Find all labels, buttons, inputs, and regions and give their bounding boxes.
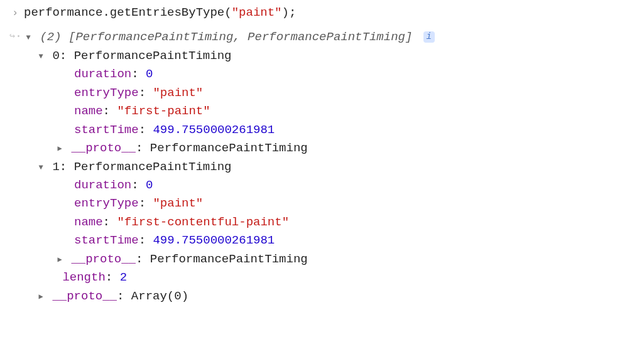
prop-val: 0 bbox=[146, 178, 153, 192]
sep: : bbox=[139, 123, 153, 137]
prop-row[interactable]: startTime: 499.7550000261981 bbox=[24, 121, 621, 139]
prop-key: entryType bbox=[74, 86, 139, 100]
code-dot: . bbox=[102, 6, 109, 19]
code-open: ( bbox=[224, 6, 231, 19]
prop-key: length bbox=[62, 270, 105, 284]
prop-row[interactable]: entryType: "paint" bbox=[24, 84, 621, 102]
output-icon: ↩ bbox=[6, 28, 24, 46]
prop-val: Array(0) bbox=[131, 289, 188, 303]
prop-key: __proto__ bbox=[52, 289, 117, 303]
prop-val: PerformancePaintTiming bbox=[150, 141, 308, 155]
prop-key: duration bbox=[74, 178, 131, 192]
expand-toggle-proto-array[interactable] bbox=[36, 290, 45, 304]
type-1: PerformancePaintTiming bbox=[75, 30, 233, 44]
expand-toggle-root[interactable] bbox=[24, 31, 33, 45]
code-arg: "paint" bbox=[232, 6, 282, 19]
sep: : bbox=[60, 49, 74, 63]
code-close: ) bbox=[282, 6, 289, 19]
prop-row[interactable]: entryType: "paint" bbox=[24, 195, 621, 213]
expand-toggle-proto-1[interactable] bbox=[55, 253, 64, 267]
expand-toggle-1[interactable] bbox=[36, 161, 45, 174]
sep: : bbox=[117, 289, 131, 303]
prompt-icon: › bbox=[6, 4, 24, 21]
proto-array-row[interactable]: __proto__: Array(0) bbox=[52, 289, 188, 303]
prop-val: "paint" bbox=[153, 196, 203, 210]
prop-row[interactable]: duration: 0 bbox=[24, 176, 621, 195]
entry-0-index: 0 bbox=[52, 49, 59, 63]
code-method: getEntriesByType bbox=[110, 6, 224, 19]
bracket-open: [ bbox=[62, 30, 76, 44]
prop-row[interactable]: duration: 0 bbox=[24, 65, 621, 83]
array-summary[interactable]: (2) [PerformancePaintTiming, Performance… bbox=[40, 30, 419, 44]
sep: : bbox=[103, 215, 117, 229]
code-semi: ; bbox=[289, 6, 296, 19]
prop-row[interactable]: name: "first-contentful-paint" bbox=[24, 213, 621, 232]
sep: : bbox=[106, 270, 120, 284]
expand-toggle-proto-0[interactable] bbox=[55, 142, 64, 156]
code-object: performance bbox=[24, 6, 102, 19]
prop-val: "first-contentful-paint" bbox=[117, 215, 289, 229]
prop-val: "first-paint" bbox=[117, 104, 210, 118]
info-icon[interactable]: i bbox=[423, 31, 435, 43]
prop-val: 0 bbox=[146, 67, 153, 81]
prop-key: startTime bbox=[74, 233, 139, 247]
prop-val: "paint" bbox=[153, 86, 203, 100]
proto-row[interactable]: __proto__: PerformancePaintTiming bbox=[71, 141, 307, 155]
prop-val: PerformancePaintTiming bbox=[150, 252, 308, 266]
prop-key: entryType bbox=[74, 196, 139, 210]
sep: : bbox=[131, 178, 146, 192]
proto-row[interactable]: __proto__: PerformancePaintTiming bbox=[71, 252, 307, 266]
prop-key: __proto__ bbox=[71, 141, 136, 155]
prop-key: name bbox=[74, 104, 103, 118]
prop-key: startTime bbox=[74, 123, 139, 137]
prop-key: __proto__ bbox=[71, 252, 136, 266]
bracket-close: ] bbox=[405, 30, 412, 44]
prop-key: duration bbox=[74, 67, 131, 81]
sep: : bbox=[139, 233, 153, 247]
sep: : bbox=[136, 252, 150, 266]
sep: : bbox=[60, 160, 74, 174]
prop-key: name bbox=[74, 215, 103, 229]
array-count: (2) bbox=[40, 30, 61, 44]
prop-row[interactable]: startTime: 499.7550000261981 bbox=[24, 232, 621, 250]
length-row[interactable]: length: 2 bbox=[24, 269, 621, 287]
entry-1-type: PerformancePaintTiming bbox=[74, 160, 232, 174]
entry-1-header[interactable]: 1: PerformancePaintTiming bbox=[52, 160, 231, 174]
sep: : bbox=[103, 104, 117, 118]
sep: : bbox=[131, 67, 146, 81]
entry-1-index: 1 bbox=[52, 160, 59, 174]
console-input[interactable]: performance.getEntriesByType("paint"); bbox=[24, 4, 621, 22]
expand-toggle-0[interactable] bbox=[36, 50, 45, 63]
prop-row[interactable]: name: "first-paint" bbox=[24, 102, 621, 120]
sep: : bbox=[136, 141, 150, 155]
sep: : bbox=[139, 86, 153, 100]
comma: , bbox=[233, 30, 248, 44]
type-2: PerformancePaintTiming bbox=[248, 30, 405, 44]
sep: : bbox=[139, 196, 153, 210]
prop-val: 2 bbox=[120, 270, 127, 284]
entry-0-header[interactable]: 0: PerformancePaintTiming bbox=[52, 49, 231, 63]
prop-val: 499.7550000261981 bbox=[153, 233, 275, 247]
entry-0-type: PerformancePaintTiming bbox=[74, 49, 232, 63]
prop-val: 499.7550000261981 bbox=[153, 123, 275, 137]
